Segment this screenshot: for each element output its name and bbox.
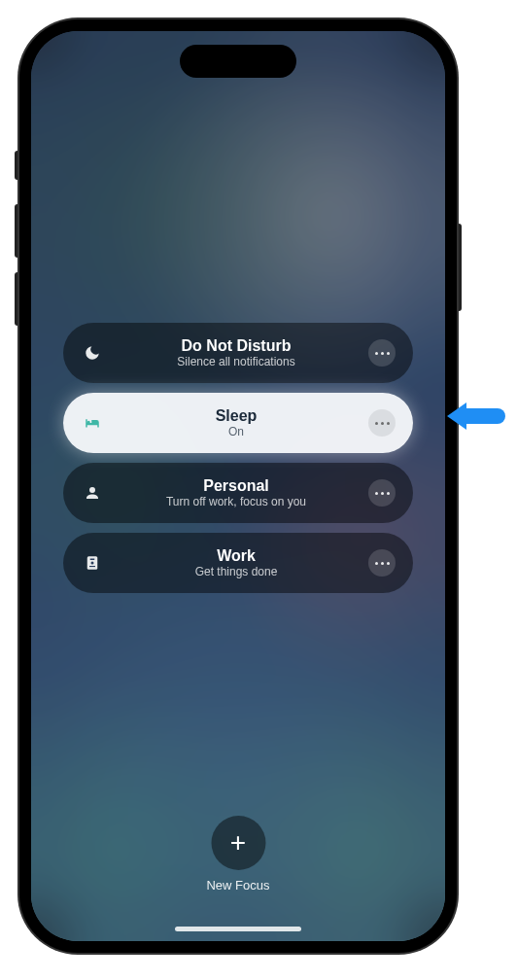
svg-point-2 <box>91 562 94 565</box>
focus-subtitle: Get things done <box>195 565 278 578</box>
more-button[interactable] <box>368 339 396 367</box>
svg-rect-1 <box>90 559 95 561</box>
home-indicator[interactable] <box>175 927 301 931</box>
focus-item-personal[interactable]: Personal Turn off work, focus on you <box>63 463 413 523</box>
focus-text: Personal Turn off work, focus on you <box>110 476 362 509</box>
ellipsis-icon <box>375 422 390 425</box>
phone-screen: Do Not Disturb Silence all notifications… <box>31 31 445 941</box>
person-icon <box>81 484 104 502</box>
plus-icon: + <box>211 816 265 870</box>
focus-title: Work <box>217 546 256 565</box>
annotation-arrow <box>447 402 505 430</box>
focus-text: Sleep On <box>110 406 362 439</box>
more-button[interactable] <box>368 409 396 437</box>
focus-title: Personal <box>203 476 269 495</box>
focus-menu: Do Not Disturb Silence all notifications… <box>63 323 413 593</box>
new-focus-button[interactable]: + New Focus <box>206 816 269 892</box>
focus-text: Do Not Disturb Silence all notifications <box>110 336 362 369</box>
focus-title: Do Not Disturb <box>182 336 292 355</box>
focus-item-work[interactable]: Work Get things done <box>63 533 413 593</box>
ellipsis-icon <box>375 352 390 355</box>
focus-subtitle: On <box>228 425 244 438</box>
badge-icon <box>81 554 104 572</box>
ellipsis-icon <box>375 562 390 565</box>
focus-title: Sleep <box>216 406 258 425</box>
more-button[interactable] <box>368 479 396 507</box>
new-focus-label: New Focus <box>206 878 269 892</box>
dynamic-island <box>180 45 296 78</box>
focus-item-sleep[interactable]: Sleep On <box>63 393 413 453</box>
focus-subtitle: Silence all notifications <box>177 355 294 368</box>
moon-icon <box>81 344 104 362</box>
focus-subtitle: Turn off work, focus on you <box>166 495 306 508</box>
phone-frame: Do Not Disturb Silence all notifications… <box>19 19 457 953</box>
more-button[interactable] <box>368 549 396 577</box>
ellipsis-icon <box>375 492 390 495</box>
focus-item-dnd[interactable]: Do Not Disturb Silence all notifications <box>63 323 413 383</box>
svg-rect-3 <box>89 566 95 567</box>
focus-text: Work Get things done <box>110 546 362 579</box>
bed-icon <box>81 414 104 432</box>
